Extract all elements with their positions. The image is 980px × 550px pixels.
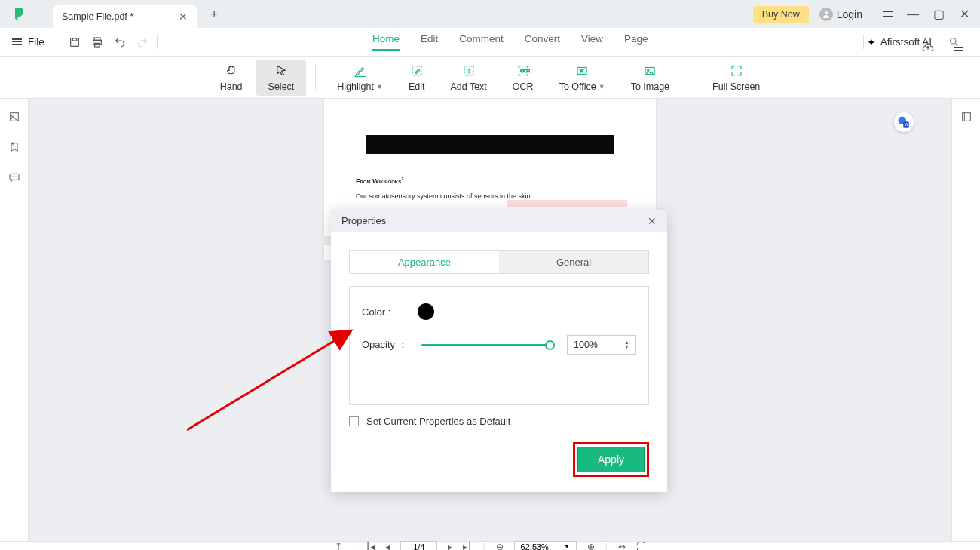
file-menu[interactable]: File bbox=[0, 36, 57, 48]
scroll-top-icon[interactable]: ⤒ bbox=[335, 542, 342, 551]
svg-rect-1 bbox=[70, 38, 78, 46]
toolbar: Hand Select Highlight▼ Edit Add Text OCR… bbox=[0, 57, 980, 99]
highlight-label: Highlight bbox=[337, 81, 374, 92]
svg-rect-5 bbox=[94, 43, 100, 47]
slider-thumb[interactable] bbox=[545, 340, 555, 350]
panel-icon[interactable] bbox=[947, 36, 969, 59]
cloud-icon[interactable] bbox=[917, 36, 939, 59]
dialog-header[interactable]: Properties ✕ bbox=[331, 210, 667, 232]
to-image-tool[interactable]: To Image bbox=[619, 60, 681, 96]
menubar: File Home Edit Comment Convert View Page… bbox=[0, 28, 980, 57]
color-label: Color : bbox=[362, 306, 404, 318]
menu-page[interactable]: Page bbox=[624, 33, 648, 51]
dialog-tabs: Appearance General bbox=[349, 250, 649, 274]
undo-icon[interactable] bbox=[109, 31, 131, 54]
opacity-slider[interactable] bbox=[421, 337, 553, 352]
page-indicator[interactable]: 1/4 bbox=[400, 541, 437, 551]
hamburger-icon[interactable] bbox=[880, 8, 894, 21]
dialog-title: Properties bbox=[341, 215, 386, 226]
hand-label: Hand bbox=[220, 81, 243, 92]
opacity-input[interactable]: 100% ▲▼ bbox=[567, 335, 636, 355]
login-label: Login bbox=[837, 8, 862, 20]
fullscreen-icon bbox=[730, 63, 743, 78]
highlighter-icon bbox=[354, 63, 367, 78]
status-bar: ⤒ | ⎮◂ ◂ 1/4 ▸ ▸⎮ | ⊖ 62.53%▼ ⊕ | ⇔ ⛶ bbox=[0, 541, 980, 550]
ocr-tool[interactable]: OCR OCR bbox=[501, 60, 546, 96]
close-tab-icon[interactable]: ✕ bbox=[179, 11, 188, 23]
print-icon[interactable] bbox=[86, 31, 109, 54]
comments-icon[interactable] bbox=[7, 170, 22, 185]
first-page-icon[interactable]: ⎮◂ bbox=[366, 542, 375, 551]
apply-button[interactable]: Apply bbox=[577, 447, 645, 472]
fullscreen-tool[interactable]: Full Screen bbox=[700, 60, 772, 96]
tab-appearance[interactable]: Appearance bbox=[350, 251, 499, 273]
menu-convert[interactable]: Convert bbox=[525, 33, 560, 51]
hand-tool[interactable]: Hand bbox=[208, 60, 255, 96]
properties-dialog: Properties ✕ Appearance General Color : … bbox=[331, 210, 667, 492]
svg-rect-2 bbox=[72, 38, 76, 40]
redo-icon[interactable] bbox=[131, 31, 154, 54]
fit-page-icon[interactable]: ⛶ bbox=[636, 542, 645, 551]
divider bbox=[691, 64, 691, 91]
add-tab-button[interactable]: + bbox=[210, 7, 218, 22]
divider bbox=[157, 35, 158, 49]
add-text-tool[interactable]: Add Text bbox=[438, 60, 498, 96]
dialog-close-icon[interactable]: ✕ bbox=[648, 215, 657, 227]
fit-width-icon[interactable]: ⇔ bbox=[618, 542, 626, 551]
maximize-icon[interactable]: ▢ bbox=[932, 8, 945, 21]
main-menu: Home Edit Comment Convert View Page bbox=[372, 33, 648, 51]
zoom-in-icon[interactable]: ⊕ bbox=[587, 542, 595, 551]
properties-panel-icon[interactable] bbox=[959, 109, 974, 124]
sparkle-icon: ✦ bbox=[867, 36, 876, 48]
apply-highlight-box: Apply bbox=[573, 442, 649, 477]
menu-edit[interactable]: Edit bbox=[421, 33, 438, 51]
set-default-label: Set Current Properties as Default bbox=[366, 416, 510, 427]
set-default-checkbox[interactable] bbox=[349, 416, 359, 426]
ocr-label: OCR bbox=[513, 81, 534, 92]
login-button[interactable]: Login bbox=[819, 8, 862, 21]
minimize-icon[interactable]: — bbox=[906, 8, 920, 21]
word-export-badge[interactable]: W bbox=[894, 112, 914, 132]
next-page-icon[interactable]: ▸ bbox=[448, 542, 452, 551]
buy-now-button[interactable]: Buy Now bbox=[753, 6, 809, 23]
divider bbox=[863, 35, 864, 49]
doc-body-line: Our somatosensory system consists of sen… bbox=[356, 192, 624, 200]
document-tab[interactable]: Sample File.pdf * ✕ bbox=[53, 5, 197, 28]
edit-tool[interactable]: Edit bbox=[397, 60, 437, 96]
office-icon: W bbox=[575, 63, 589, 78]
close-window-icon[interactable]: ✕ bbox=[957, 8, 971, 21]
to-office-tool[interactable]: W To Office▼ bbox=[547, 60, 617, 96]
divider: | bbox=[605, 542, 608, 551]
right-sidebar bbox=[951, 99, 980, 541]
divider bbox=[315, 64, 316, 91]
prev-page-icon[interactable]: ◂ bbox=[385, 542, 390, 551]
left-sidebar bbox=[0, 99, 29, 541]
zoom-level[interactable]: 62.53%▼ bbox=[514, 541, 577, 551]
cursor-icon bbox=[274, 63, 288, 78]
app-logo bbox=[8, 3, 30, 26]
select-tool[interactable]: Select bbox=[256, 60, 307, 96]
menu-home[interactable]: Home bbox=[372, 33, 400, 51]
select-label: Select bbox=[268, 81, 295, 92]
edit-label: Edit bbox=[409, 81, 425, 92]
highlight-tool[interactable]: Highlight▼ bbox=[325, 60, 395, 96]
add-text-label: Add Text bbox=[450, 81, 486, 92]
last-page-icon[interactable]: ▸⎮ bbox=[463, 542, 472, 551]
svg-rect-25 bbox=[962, 113, 970, 121]
save-icon[interactable] bbox=[63, 31, 86, 54]
zoom-out-icon[interactable]: ⊖ bbox=[496, 542, 504, 551]
titlebar: Sample File.pdf * ✕ + Buy Now Login — ▢ … bbox=[0, 0, 980, 28]
tab-title: Sample File.pdf * bbox=[62, 11, 133, 22]
bookmarks-icon[interactable] bbox=[7, 140, 22, 155]
color-picker[interactable] bbox=[418, 303, 434, 320]
svg-text:OCR: OCR bbox=[520, 69, 530, 73]
menu-comment[interactable]: Comment bbox=[459, 33, 504, 51]
tab-general[interactable]: General bbox=[499, 251, 648, 273]
spinner-icon[interactable]: ▲▼ bbox=[624, 340, 629, 349]
highlight-annotation[interactable] bbox=[507, 200, 627, 207]
avatar-icon bbox=[819, 8, 833, 21]
menu-view[interactable]: View bbox=[581, 33, 603, 51]
redaction-box[interactable] bbox=[366, 135, 614, 154]
thumbnails-icon[interactable] bbox=[7, 109, 22, 124]
appearance-panel: Color : Opacity ： 100% ▲▼ bbox=[349, 286, 649, 405]
